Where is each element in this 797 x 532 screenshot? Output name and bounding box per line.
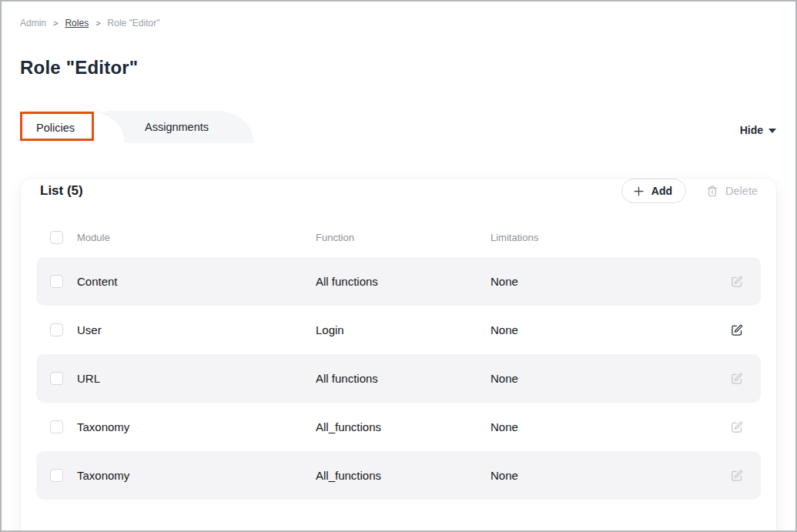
- cell-function: All functions: [316, 275, 491, 288]
- cell-module: Taxonomy: [77, 469, 316, 482]
- breadcrumb: Admin > Roles > Role "Editor": [2, 2, 795, 28]
- edit-icon: [730, 323, 744, 337]
- row-checkbox[interactable]: [50, 323, 63, 336]
- edit-button[interactable]: [723, 469, 751, 483]
- page-title: Role "Editor": [20, 57, 795, 79]
- table-row: Content All functions None: [36, 257, 761, 306]
- caret-down-icon: [769, 129, 776, 133]
- edit-icon: [730, 275, 744, 289]
- policies-panel: List (5) Add Delete M: [21, 179, 776, 532]
- breadcrumb-item-roles[interactable]: Roles: [65, 18, 89, 28]
- edit-icon: [730, 469, 744, 483]
- hide-toggle[interactable]: Hide: [740, 124, 776, 136]
- edit-icon: [730, 420, 744, 434]
- edit-button[interactable]: [723, 275, 751, 289]
- cell-function: All_functions: [316, 469, 491, 482]
- cell-module: User: [77, 323, 316, 336]
- toolbar: Add Delete: [621, 179, 758, 203]
- row-checkbox[interactable]: [50, 420, 63, 433]
- role-editor-page: Admin > Roles > Role "Editor" Role "Edit…: [0, 0, 797, 532]
- cell-limitations: None: [491, 372, 723, 385]
- cell-limitations: None: [491, 469, 723, 482]
- table-row: URL All functions None: [36, 354, 761, 403]
- delete-button[interactable]: Delete: [706, 185, 758, 198]
- table-header: Module Function Limitations: [36, 229, 761, 245]
- trash-icon: [706, 185, 718, 198]
- table-row: User Login None: [36, 306, 761, 354]
- row-checkbox[interactable]: [50, 372, 63, 385]
- plus-icon: [633, 186, 645, 197]
- cell-limitations: None: [491, 275, 723, 288]
- table-row: Taxonomy All_functions None: [36, 451, 761, 500]
- list-title: List (5): [40, 183, 83, 199]
- delete-button-label: Delete: [725, 185, 758, 197]
- edit-button[interactable]: [723, 372, 751, 386]
- edit-button[interactable]: [723, 323, 751, 337]
- select-all-checkbox[interactable]: [50, 231, 63, 244]
- hide-toggle-label: Hide: [740, 124, 763, 136]
- column-header-limitations: Limitations: [491, 232, 723, 243]
- breadcrumb-separator: >: [53, 18, 58, 28]
- breadcrumb-item-admin: Admin: [20, 18, 46, 28]
- tab-assignments-label: Assignments: [145, 121, 209, 133]
- row-checkbox[interactable]: [50, 469, 63, 482]
- edit-button[interactable]: [723, 420, 751, 434]
- cell-limitations: None: [491, 420, 723, 433]
- cell-function: All_functions: [316, 420, 491, 433]
- cell-module: Taxonomy: [77, 420, 316, 433]
- table-body: Content All functions None User Login No…: [36, 257, 761, 500]
- panel-header: List (5) Add Delete: [36, 179, 761, 203]
- tab-bar: Policies Assignments Hide: [2, 111, 795, 143]
- cell-limitations: None: [491, 323, 723, 336]
- tab-policies[interactable]: Policies: [21, 111, 126, 143]
- cell-function: Login: [316, 323, 491, 336]
- column-header-module: Module: [77, 232, 316, 243]
- edit-icon: [730, 372, 744, 386]
- column-header-function: Function: [316, 232, 491, 243]
- add-button[interactable]: Add: [621, 179, 686, 203]
- cell-module: URL: [77, 372, 316, 385]
- add-button-label: Add: [651, 185, 672, 197]
- table-row: Taxonomy All_functions None: [36, 403, 761, 451]
- row-checkbox[interactable]: [50, 275, 63, 288]
- breadcrumb-separator: >: [95, 18, 100, 28]
- tab-policies-label: Policies: [36, 122, 75, 134]
- breadcrumb-item-current: Role "Editor": [108, 18, 160, 28]
- cell-function: All functions: [316, 372, 491, 385]
- cell-module: Content: [77, 275, 316, 288]
